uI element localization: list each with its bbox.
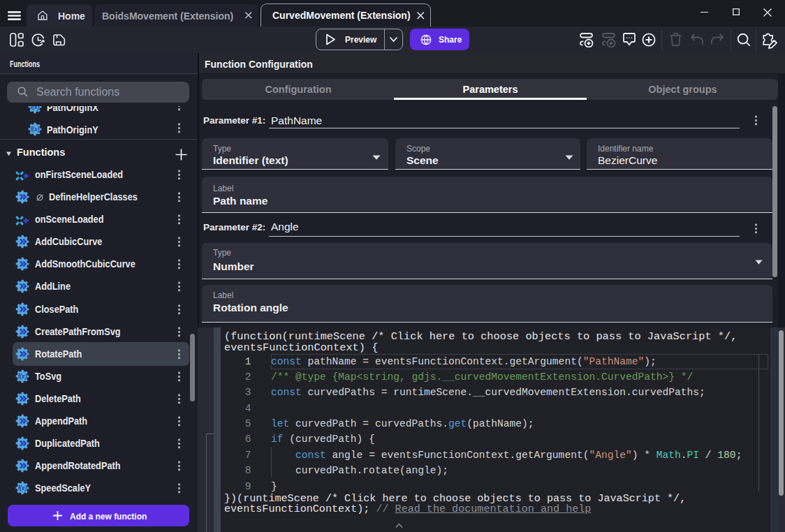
- svg-text:f(x): f(x): [18, 485, 27, 492]
- svg-text:f(x): f(x): [31, 126, 40, 133]
- svg-text:f(x): f(x): [18, 374, 27, 380]
